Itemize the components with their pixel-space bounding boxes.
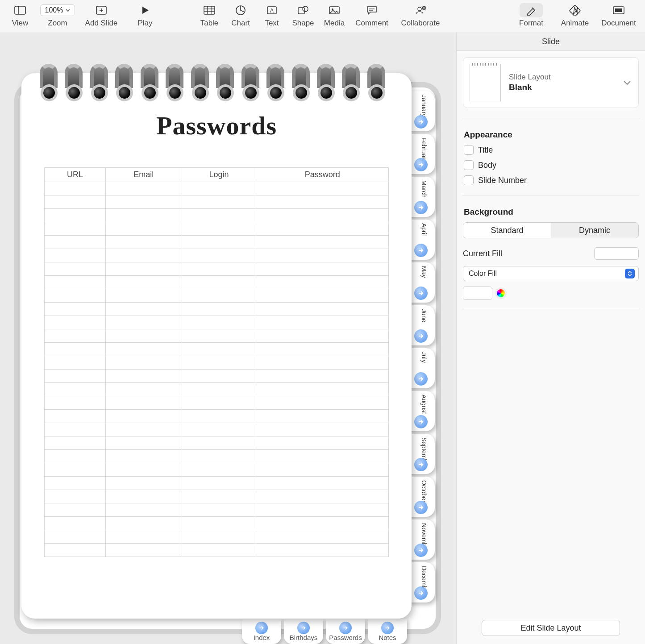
table-cell[interactable] <box>106 209 182 222</box>
table-row[interactable] <box>45 303 389 316</box>
table-cell[interactable] <box>106 410 182 423</box>
table-cell[interactable] <box>106 329 182 343</box>
table-cell[interactable] <box>256 477 389 490</box>
collaborate-group[interactable]: Collaborate <box>394 3 447 28</box>
table-cell[interactable] <box>256 517 389 530</box>
table-cell[interactable] <box>256 195 389 209</box>
table-cell[interactable] <box>45 423 106 436</box>
table-cell[interactable] <box>256 503 389 517</box>
table-cell[interactable] <box>45 303 106 316</box>
bottom-tab-notes[interactable]: Notes <box>368 619 407 644</box>
appearance-check-slide-number[interactable]: Slide Number <box>464 175 639 185</box>
table-cell[interactable] <box>256 544 389 557</box>
table-cell[interactable] <box>45 436 106 450</box>
table-cell[interactable] <box>106 544 182 557</box>
passwords-table[interactable]: URLEmailLoginPassword <box>44 167 389 557</box>
table-cell[interactable] <box>182 544 256 557</box>
table-cell[interactable] <box>45 477 106 490</box>
table-cell[interactable] <box>106 316 182 329</box>
table-cell[interactable] <box>256 182 389 195</box>
table-row[interactable] <box>45 209 389 222</box>
media-group[interactable]: Media <box>319 3 350 28</box>
table-row[interactable] <box>45 343 389 356</box>
play-group[interactable]: Play <box>123 3 167 28</box>
table-cell[interactable] <box>106 490 182 503</box>
table-cell[interactable] <box>106 182 182 195</box>
table-cell[interactable] <box>182 450 256 463</box>
table-cell[interactable] <box>256 490 389 503</box>
table-cell[interactable] <box>106 276 182 289</box>
table-cell[interactable] <box>182 503 256 517</box>
table-cell[interactable] <box>45 517 106 530</box>
table-cell[interactable] <box>256 530 389 544</box>
table-cell[interactable] <box>45 490 106 503</box>
checkbox-icon[interactable] <box>464 145 474 155</box>
fill-type-select[interactable]: Color Fill <box>463 266 639 281</box>
table-cell[interactable] <box>256 396 389 410</box>
table-cell[interactable] <box>106 370 182 383</box>
table-cell[interactable] <box>182 517 256 530</box>
color-wheel-icon[interactable] <box>495 287 507 299</box>
table-cell[interactable] <box>256 450 389 463</box>
table-cell[interactable] <box>182 236 256 249</box>
table-cell[interactable] <box>45 530 106 544</box>
table-row[interactable] <box>45 450 389 463</box>
checkbox-icon[interactable] <box>464 175 474 185</box>
table-cell[interactable] <box>45 289 106 303</box>
table-row[interactable] <box>45 182 389 195</box>
table-cell[interactable] <box>45 544 106 557</box>
table-row[interactable] <box>45 289 389 303</box>
table-row[interactable] <box>45 423 389 436</box>
table-row[interactable] <box>45 383 389 396</box>
current-fill-swatch[interactable] <box>594 247 639 260</box>
table-cell[interactable] <box>256 222 389 236</box>
table-cell[interactable] <box>256 303 389 316</box>
zoom-group[interactable]: 100% Zoom <box>36 3 79 28</box>
edit-slide-layout-button[interactable]: Edit Slide Layout <box>482 620 620 636</box>
slide-layout-card[interactable]: Slide Layout Blank <box>463 57 639 108</box>
table-row[interactable] <box>45 544 389 557</box>
table-row[interactable] <box>45 276 389 289</box>
table-cell[interactable] <box>106 343 182 356</box>
add-slide-group[interactable]: Add Slide <box>79 3 123 28</box>
notebook-page[interactable]: Passwords URLEmailLoginPassword <box>21 73 412 619</box>
table-cell[interactable] <box>106 423 182 436</box>
table-cell[interactable] <box>182 249 256 262</box>
shape-group[interactable]: Shape <box>287 3 319 28</box>
table-cell[interactable] <box>45 316 106 329</box>
table-row[interactable] <box>45 490 389 503</box>
table-cell[interactable] <box>182 356 256 370</box>
table-cell[interactable] <box>182 343 256 356</box>
table-cell[interactable] <box>106 383 182 396</box>
view-group[interactable]: View <box>4 3 36 28</box>
table-cell[interactable] <box>182 262 256 276</box>
table-cell[interactable] <box>182 276 256 289</box>
table-cell[interactable] <box>45 182 106 195</box>
bottom-tab-passwords[interactable]: Passwords <box>326 619 365 644</box>
chart-group[interactable]: Chart <box>225 3 256 28</box>
format-group[interactable]: Format <box>509 3 553 28</box>
table-cell[interactable] <box>182 463 256 477</box>
bottom-tab-index[interactable]: Index <box>242 619 281 644</box>
document-group[interactable]: Document <box>597 3 641 28</box>
seg-standard[interactable]: Standard <box>463 223 551 238</box>
table-row[interactable] <box>45 236 389 249</box>
table-row[interactable] <box>45 329 389 343</box>
table-cell[interactable] <box>256 383 389 396</box>
table-cell[interactable] <box>182 303 256 316</box>
table-cell[interactable] <box>182 477 256 490</box>
table-cell[interactable] <box>256 289 389 303</box>
table-cell[interactable] <box>45 343 106 356</box>
table-cell[interactable] <box>45 262 106 276</box>
table-cell[interactable] <box>106 303 182 316</box>
table-cell[interactable] <box>45 463 106 477</box>
table-row[interactable] <box>45 262 389 276</box>
table-cell[interactable] <box>106 436 182 450</box>
appearance-check-title[interactable]: Title <box>464 145 639 155</box>
table-cell[interactable] <box>45 450 106 463</box>
table-cell[interactable] <box>106 249 182 262</box>
table-cell[interactable] <box>182 370 256 383</box>
table-cell[interactable] <box>182 316 256 329</box>
table-cell[interactable] <box>256 436 389 450</box>
table-row[interactable] <box>45 396 389 410</box>
